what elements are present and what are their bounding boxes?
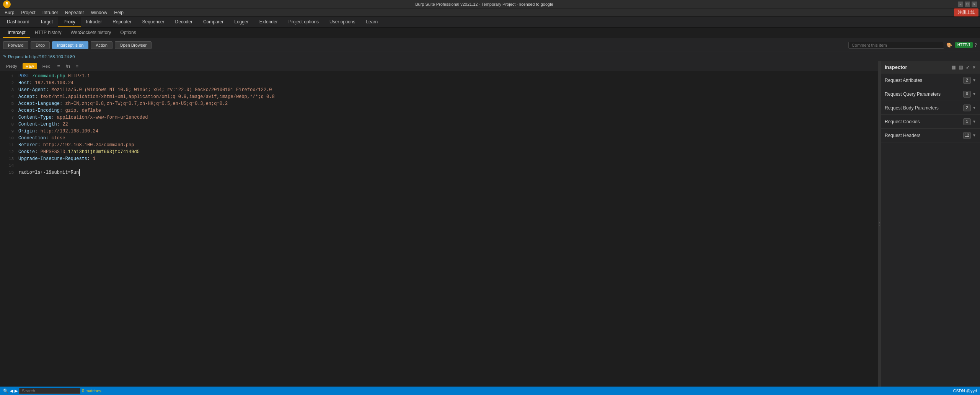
menu-help[interactable]: Help xyxy=(111,9,127,16)
tab-decoder[interactable]: Decoder xyxy=(170,17,198,27)
toolbar-row: Forward Drop Intercept is on Action Open… xyxy=(0,38,980,52)
code-line-10: 10 Connection: close xyxy=(0,135,878,142)
inspector-badge-cookies: 1 xyxy=(963,118,971,125)
back-icon[interactable]: ◀ xyxy=(10,388,13,393)
inspector-badge-query-params: 0 xyxy=(963,91,971,98)
inspector-chevron-attributes: ▼ xyxy=(972,78,976,82)
request-label-url: http://192.168.100.24:80 xyxy=(29,54,75,59)
menu-intruder[interactable]: Intruder xyxy=(39,9,61,16)
open-browser-button[interactable]: Open Browser xyxy=(115,41,152,49)
tab-project-options[interactable]: Project options xyxy=(283,17,324,27)
editor-toolbar: Pretty Raw Hex = \n ≡ xyxy=(0,61,878,71)
editor-icon-newline[interactable]: \n xyxy=(64,63,71,70)
title-bar-controls: − □ × xyxy=(958,2,977,7)
inspector-section-query-params[interactable]: Request Query Parameters 0 ▼ xyxy=(881,87,980,101)
tab-options[interactable]: Options xyxy=(116,28,140,38)
forward-icon[interactable]: ▶ xyxy=(15,388,18,393)
editor-icon-equals[interactable]: = xyxy=(55,63,62,70)
tab-http-history[interactable]: HTTP history xyxy=(30,28,66,38)
menu-bar: Burp Project Intruder Repeater Window He… xyxy=(0,8,980,17)
inspector-badge-body-params: 2 xyxy=(963,104,971,111)
tab-logger[interactable]: Logger xyxy=(229,17,254,27)
tab-intruder[interactable]: Intruder xyxy=(81,17,107,27)
editor-icon-list[interactable]: ≡ xyxy=(73,63,80,70)
tab-intercept[interactable]: Intercept xyxy=(3,28,30,38)
forward-button[interactable]: Forward xyxy=(3,41,28,49)
burp-logo: B xyxy=(3,0,11,8)
tab-dashboard[interactable]: Dashboard xyxy=(2,17,35,27)
editor-tab-hex[interactable]: Hex xyxy=(39,63,53,69)
menu-burp[interactable]: Burp xyxy=(2,9,17,16)
code-line-6: 6 Accept-Encoding: gzip, deflate xyxy=(0,107,878,114)
request-label: ✎ Request to http://192.168.100.24:80 xyxy=(0,52,980,61)
inspector-title: Inspector xyxy=(885,64,907,70)
code-line-8: 8 Content-Length: 22 xyxy=(0,121,878,128)
code-line-3: 3 User-Agent: Mozilla/5.0 (Windows NT 10… xyxy=(0,87,878,93)
inspector-header-icons: ▦ ▤ ⤢ × xyxy=(951,64,976,71)
comment-input[interactable] xyxy=(848,42,944,49)
tab-user-options[interactable]: User options xyxy=(324,17,360,27)
inspector-label-body-params: Request Body Parameters xyxy=(885,105,963,111)
http-badge: HTTP/1 xyxy=(955,42,973,48)
main-content: Pretty Raw Hex = \n ≡ 1 POST /command.ph… xyxy=(0,61,980,387)
inspector-icon-grid1[interactable]: ▦ xyxy=(951,64,956,71)
inspector-chevron-query-params: ▼ xyxy=(972,92,976,96)
request-label-prefix: Request to xyxy=(8,54,28,59)
code-editor[interactable]: 1 POST /command.php HTTP/1.1 2 Host: 192… xyxy=(0,71,878,387)
code-line-15: 15 radio=ls+-l&submit=Run xyxy=(0,169,878,176)
question-icon: ? xyxy=(974,42,977,48)
inspector-chevron-cookies: ▼ xyxy=(972,119,976,124)
color-icon: 🎨 xyxy=(946,42,952,48)
restore-button[interactable]: □ xyxy=(965,2,970,7)
tab-websockets-history[interactable]: WebSockets history xyxy=(66,28,116,38)
search-input[interactable] xyxy=(19,388,80,394)
code-line-2: 2 Host: 192.168.100.24 xyxy=(0,80,878,87)
tab-extender[interactable]: Extender xyxy=(254,17,283,27)
inspector-section-headers[interactable]: Request Headers 12 ▼ xyxy=(881,129,980,142)
title-bar-title: Burp Suite Professional v2021.12 - Tempo… xyxy=(11,2,958,7)
intercept-button[interactable]: Intercept is on xyxy=(52,41,88,49)
close-button[interactable]: × xyxy=(972,2,977,7)
menu-project[interactable]: Project xyxy=(18,9,38,16)
inspector-panel: Inspector ▦ ▤ ⤢ × Request Attributes 2 ▼… xyxy=(881,61,980,387)
code-line-14: 14 xyxy=(0,162,878,169)
editor-tab-raw[interactable]: Raw xyxy=(23,63,37,69)
inspector-section-body-params[interactable]: Request Body Parameters 2 ▼ xyxy=(881,101,980,115)
tab-learn[interactable]: Learn xyxy=(360,17,383,27)
status-bar: 🔍 ◀ ▶ 0 matches CSDN @yyd xyxy=(0,387,980,395)
inspector-chevron-headers: ▼ xyxy=(972,133,976,137)
inspector-label-attributes: Request Attributes xyxy=(885,78,963,83)
inspector-icon-expand[interactable]: ⤢ xyxy=(965,64,970,71)
code-line-13: 13 Upgrade-Insecure-Requests: 1 xyxy=(0,155,878,162)
editor-panel: Pretty Raw Hex = \n ≡ 1 POST /command.ph… xyxy=(0,61,878,387)
code-line-9: 9 Origin: http://192.168.100.24 xyxy=(0,128,878,135)
action-button[interactable]: Action xyxy=(91,41,113,49)
menu-window[interactable]: Window xyxy=(88,9,110,16)
menu-repeater[interactable]: Repeater xyxy=(62,9,87,16)
inspector-section-cookies[interactable]: Request Cookies 1 ▼ xyxy=(881,115,980,129)
tab-repeater[interactable]: Repeater xyxy=(107,17,137,27)
status-search: 🔍 ◀ ▶ 0 matches xyxy=(3,388,101,394)
minimize-button[interactable]: − xyxy=(958,2,963,7)
inspector-section-attributes[interactable]: Request Attributes 2 ▼ xyxy=(881,73,980,87)
code-line-4: 4 Accept: text/html,application/xhtml+xm… xyxy=(0,93,878,100)
code-line-11: 11 Referer: http://192.168.100.24/comman… xyxy=(0,142,878,149)
inspector-icon-close[interactable]: × xyxy=(972,64,976,71)
register-button[interactable]: 注册上线 xyxy=(954,8,978,16)
status-matches: 0 matches xyxy=(82,388,101,393)
code-line-12: 12 Cookie: PHPSESSID=17a13hdijh3mf663jtc… xyxy=(0,149,878,155)
tab-target[interactable]: Target xyxy=(35,17,58,27)
editor-tab-pretty[interactable]: Pretty xyxy=(3,63,20,69)
inspector-icon-grid2[interactable]: ▤ xyxy=(958,64,964,71)
drop-button[interactable]: Drop xyxy=(31,41,50,49)
tab-sequencer[interactable]: Sequencer xyxy=(137,17,170,27)
request-label-icon: ✎ xyxy=(3,54,7,59)
code-line-7: 7 Content-Type: application/x-www-form-u… xyxy=(0,114,878,121)
tab-comparer[interactable]: Comparer xyxy=(198,17,229,27)
tab-proxy[interactable]: Proxy xyxy=(58,17,81,27)
inspector-label-query-params: Request Query Parameters xyxy=(885,91,963,97)
inspector-label-headers: Request Headers xyxy=(885,133,963,138)
code-line-5: 5 Accept-Language: zh-CN,zh;q=0.8,zh-TW;… xyxy=(0,100,878,107)
code-line-1: 1 POST /command.php HTTP/1.1 xyxy=(0,73,878,80)
nav-tabs-row: Dashboard Target Proxy Intruder Repeater… xyxy=(0,17,980,28)
